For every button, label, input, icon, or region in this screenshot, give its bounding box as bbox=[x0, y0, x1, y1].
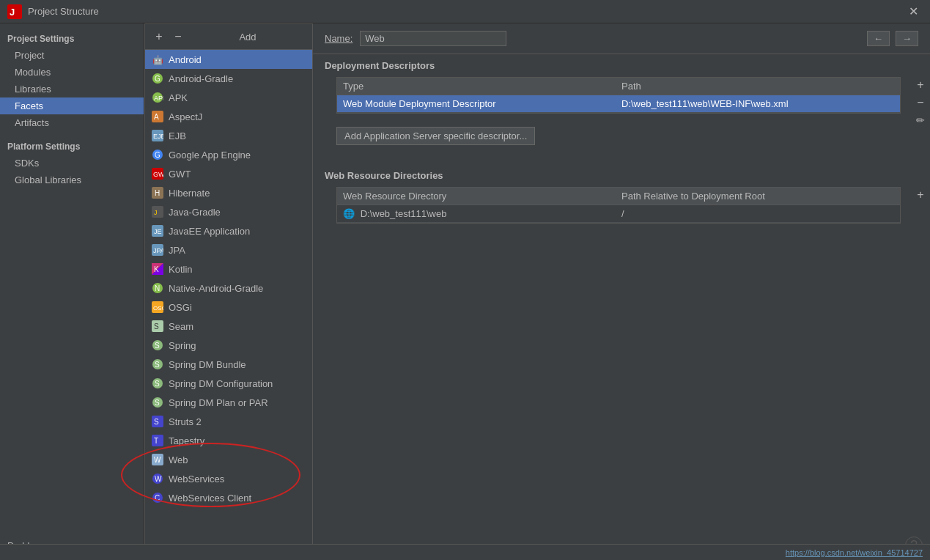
window-title: Project Structure bbox=[28, 6, 904, 17]
dropdown-item-apk[interactable]: APK APK bbox=[145, 88, 312, 107]
sidebar-item-artifacts[interactable]: Artifacts bbox=[0, 114, 144, 131]
spring-icon: S bbox=[151, 339, 164, 352]
native-gradle-label: Native-Android-Gradle bbox=[169, 283, 263, 294]
sidebar: Project Settings Project Modules Librari… bbox=[0, 23, 144, 560]
svg-text:H: H bbox=[155, 189, 160, 197]
project-settings-label: Project Settings bbox=[0, 29, 144, 47]
svg-text:JPA: JPA bbox=[153, 247, 163, 254]
add-facet-button[interactable]: + bbox=[151, 29, 167, 45]
add-web-resource-button[interactable]: + bbox=[912, 187, 929, 203]
android-label: Android bbox=[169, 54, 202, 65]
dropdown-item-spring-dm-config[interactable]: S Spring DM Configuration bbox=[145, 374, 312, 393]
dropdown-item-jpa[interactable]: JPA JPA bbox=[145, 240, 312, 259]
svg-text:EJB: EJB bbox=[153, 133, 163, 140]
aspectj-icon: A bbox=[151, 110, 164, 123]
dropdown-toolbar: + − Add bbox=[145, 24, 312, 50]
sidebar-item-modules[interactable]: Modules bbox=[0, 64, 144, 81]
hibernate-icon: H bbox=[151, 186, 164, 199]
tapestry-icon: T bbox=[151, 434, 164, 447]
facet-type-dropdown-list[interactable]: 🤖 Android G Android-Gradle APK APK A bbox=[145, 50, 312, 559]
dropdown-item-java-gradle[interactable]: J Java-Gradle bbox=[145, 202, 312, 221]
apk-label: APK bbox=[169, 92, 188, 103]
svg-text:S: S bbox=[155, 361, 160, 369]
back-button[interactable]: ← bbox=[867, 31, 890, 46]
dropdown-item-android-gradle[interactable]: G Android-Gradle bbox=[145, 69, 312, 88]
name-row: Name: ← → bbox=[313, 23, 930, 54]
svg-text:S: S bbox=[154, 418, 159, 426]
ejb-icon: EJB bbox=[151, 129, 164, 142]
webservices-icon: W bbox=[151, 472, 164, 485]
svg-text:S: S bbox=[155, 380, 160, 388]
svg-text:JE: JE bbox=[154, 228, 162, 235]
spring-dm-plan-label: Spring DM Plan or PAR bbox=[169, 397, 268, 408]
add-label: Add bbox=[189, 32, 306, 43]
dropdown-item-webservices[interactable]: W WebServices bbox=[145, 469, 312, 488]
tapestry-label: Tapestry bbox=[169, 435, 204, 446]
web-resource-dir-cell: 🌐 D:\web_test111\web bbox=[337, 205, 616, 222]
dropdown-item-android[interactable]: 🤖 Android bbox=[145, 50, 312, 69]
dropdown-item-osgi[interactable]: OSGi OSGi bbox=[145, 298, 312, 317]
svg-text:🤖: 🤖 bbox=[152, 54, 163, 65]
dropdown-item-ejb[interactable]: EJB EJB bbox=[145, 126, 312, 145]
seam-label: Seam bbox=[169, 321, 193, 332]
remove-facet-button[interactable]: − bbox=[170, 29, 186, 45]
forward-button[interactable]: → bbox=[896, 31, 918, 46]
dropdown-item-spring-dm-bundle[interactable]: S Spring DM Bundle bbox=[145, 355, 312, 374]
deployment-table: Type Path Web Module Deployment Descript… bbox=[336, 77, 901, 114]
dropdown-item-spring[interactable]: S Spring bbox=[145, 336, 312, 355]
add-server-descriptor-button[interactable]: Add Application Server specific descript… bbox=[336, 127, 535, 145]
status-bar: https://blog.csdn.net/weixin_45714727 bbox=[0, 544, 930, 560]
type-column-header: Type bbox=[337, 78, 616, 95]
sidebar-item-facets[interactable]: Facets bbox=[0, 97, 144, 114]
apk-icon: APK bbox=[151, 91, 164, 104]
table-row[interactable]: Web Module Deployment Descriptor D:\web_… bbox=[337, 95, 900, 113]
edit-descriptor-button[interactable]: ✏ bbox=[912, 112, 929, 128]
dropdown-item-gwt[interactable]: GWT GWT bbox=[145, 164, 312, 183]
dropdown-item-hibernate[interactable]: H Hibernate bbox=[145, 183, 312, 202]
sidebar-item-project[interactable]: Project bbox=[0, 47, 144, 64]
sidebar-item-libraries[interactable]: Libraries bbox=[0, 81, 144, 97]
sidebar-item-global-libraries[interactable]: Global Libraries bbox=[0, 172, 144, 188]
name-label: Name: bbox=[325, 33, 353, 44]
svg-text:G: G bbox=[155, 75, 160, 83]
svg-text:C: C bbox=[155, 494, 160, 502]
dropdown-item-gae[interactable]: G Google App Engine bbox=[145, 145, 312, 164]
dropdown-item-spring-dm-plan[interactable]: S Spring DM Plan or PAR bbox=[145, 393, 312, 412]
dropdown-item-web[interactable]: W Web bbox=[145, 450, 312, 469]
dropdown-item-kotlin[interactable]: K Kotlin bbox=[145, 259, 312, 279]
svg-text:N: N bbox=[155, 284, 160, 292]
web-resource-path-header: Path Relative to Deployment Root bbox=[616, 188, 900, 205]
dropdown-item-struts2[interactable]: S Struts 2 bbox=[145, 412, 312, 431]
name-input[interactable] bbox=[360, 31, 506, 46]
close-button[interactable]: ✕ bbox=[904, 3, 923, 20]
dropdown-item-ws-client[interactable]: C WebServices Client bbox=[145, 488, 312, 507]
kotlin-icon: K bbox=[151, 262, 164, 276]
dropdown-item-seam[interactable]: S Seam bbox=[145, 317, 312, 336]
dropdown-item-tapestry[interactable]: T Tapestry bbox=[145, 431, 312, 450]
gae-label: Google App Engine bbox=[169, 150, 251, 161]
svg-text:T: T bbox=[154, 437, 158, 445]
app-logo: J bbox=[7, 4, 22, 19]
svg-text:K: K bbox=[154, 265, 159, 273]
native-gradle-icon: N bbox=[151, 281, 164, 295]
svg-text:W: W bbox=[154, 456, 161, 464]
svg-text:S: S bbox=[154, 323, 159, 331]
aspectj-label: AspectJ bbox=[169, 111, 202, 122]
javaee-label: JavaEE Application bbox=[169, 226, 250, 237]
deployment-table-header: Type Path bbox=[337, 78, 900, 95]
add-descriptor-button[interactable]: + bbox=[912, 77, 929, 93]
dropdown-item-native-gradle[interactable]: N Native-Android-Gradle bbox=[145, 279, 312, 298]
jpa-label: JPA bbox=[169, 245, 185, 256]
jpa-icon: JPA bbox=[151, 243, 164, 257]
web-resource-row[interactable]: 🌐 D:\web_test111\web / bbox=[337, 205, 900, 223]
remove-descriptor-button[interactable]: − bbox=[912, 95, 929, 111]
dropdown-item-aspectj[interactable]: A AspectJ bbox=[145, 107, 312, 126]
kotlin-label: Kotlin bbox=[169, 264, 193, 275]
dropdown-item-javaee[interactable]: JE JavaEE Application bbox=[145, 221, 312, 240]
spring-dm-config-label: Spring DM Configuration bbox=[169, 378, 273, 389]
sidebar-item-sdks[interactable]: SDKs bbox=[0, 155, 144, 172]
android-gradle-icon: G bbox=[151, 72, 164, 85]
facet-type-list: + − Add 🤖 Android G Android-Gradle bbox=[144, 23, 313, 560]
status-bar-url[interactable]: https://blog.csdn.net/weixin_45714727 bbox=[786, 548, 923, 557]
gwt-icon: GWT bbox=[151, 167, 164, 180]
